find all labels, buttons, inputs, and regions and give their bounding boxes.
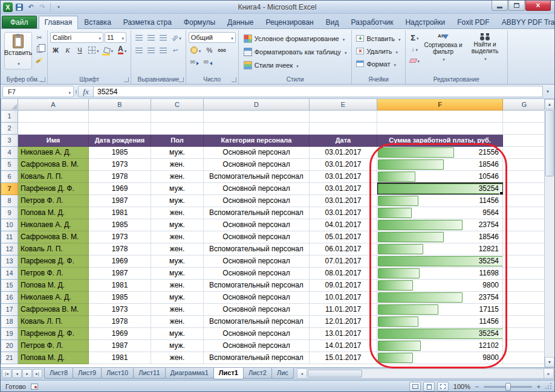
- cell-birth-year[interactable]: 1978: [89, 315, 151, 327]
- cell[interactable]: [503, 291, 546, 303]
- vertical-scrollbar[interactable]: ▲ ▼: [544, 99, 554, 367]
- cell-birth-year[interactable]: 1985: [89, 219, 151, 231]
- align-left-button[interactable]: [134, 45, 144, 56]
- cell-birth-year[interactable]: 1973: [89, 303, 151, 315]
- conditional-formatting-button[interactable]: Условное форматирование: [241, 32, 349, 45]
- cell-date[interactable]: 03.01.2017: [310, 170, 377, 182]
- row-header-9[interactable]: 9: [1, 207, 18, 219]
- cell[interactable]: [377, 122, 503, 134]
- cell-birth-year[interactable]: 1987: [89, 267, 151, 279]
- row-header-18[interactable]: 18: [1, 315, 18, 327]
- cell[interactable]: [503, 110, 546, 122]
- decrease-decimal-button[interactable]: [202, 57, 214, 68]
- sheet-tab-7[interactable]: Лист2: [243, 368, 272, 379]
- cell-category[interactable]: Вспомогательный персонал: [204, 352, 310, 364]
- table-header-cell[interactable]: Дата: [310, 134, 377, 146]
- cell-category[interactable]: Основной персонал: [204, 291, 310, 303]
- number-format-select[interactable]: Общий: [189, 32, 236, 43]
- zoom-slider-thumb[interactable]: [505, 383, 511, 391]
- cell[interactable]: [151, 122, 204, 134]
- column-header-e[interactable]: E: [310, 99, 377, 110]
- row-header-7[interactable]: 7: [1, 182, 18, 194]
- row-header-1[interactable]: 1: [1, 110, 18, 122]
- cell-category[interactable]: Основной персонал: [204, 146, 310, 158]
- tab-home[interactable]: Главная: [39, 16, 79, 29]
- formula-bar-splitter[interactable]: [74, 86, 78, 97]
- cell-salary[interactable]: 35254: [377, 182, 503, 194]
- cell[interactable]: [503, 327, 546, 339]
- row-header-14[interactable]: 14: [1, 267, 18, 279]
- fill-color-button[interactable]: [102, 45, 115, 56]
- cell-name[interactable]: Парфенов Д. Ф.: [18, 327, 89, 339]
- tab-foxit-pdf[interactable]: Foxit PDF: [451, 16, 495, 28]
- cell-date[interactable]: 13.01.2017: [310, 327, 377, 339]
- cell[interactable]: [503, 170, 546, 182]
- cell[interactable]: [503, 352, 546, 364]
- tab-data[interactable]: Данные: [221, 16, 259, 28]
- scroll-down-icon[interactable]: ▼: [545, 357, 554, 367]
- cell-gender[interactable]: жен.: [151, 279, 204, 291]
- cell[interactable]: [377, 110, 503, 122]
- cell[interactable]: [89, 110, 151, 122]
- zoom-level-label[interactable]: 100%: [451, 383, 470, 390]
- macro-record-button[interactable]: [31, 384, 38, 390]
- column-header-c[interactable]: C: [151, 99, 204, 110]
- cell[interactable]: [503, 146, 546, 158]
- cell-category[interactable]: Основной персонал: [204, 267, 310, 279]
- cell-gender[interactable]: жен.: [151, 207, 204, 219]
- comma-style-button[interactable]: 000: [216, 45, 227, 56]
- cell-date[interactable]: 08.01.2017: [310, 267, 377, 279]
- cell-gender[interactable]: жен.: [151, 303, 204, 315]
- cell-date[interactable]: 05.01.2017: [310, 231, 377, 243]
- cell-name[interactable]: Петров Ф. Л.: [18, 339, 89, 352]
- cell-category[interactable]: Основной персонал: [204, 339, 310, 352]
- font-color-button[interactable]: А: [116, 45, 128, 56]
- cell-name[interactable]: Петров Ф. Л.: [18, 194, 89, 207]
- cell[interactable]: [503, 243, 546, 255]
- tab-developer[interactable]: Разработчик: [345, 16, 399, 28]
- cell[interactable]: [503, 255, 546, 267]
- name-box[interactable]: F7: [2, 86, 74, 97]
- cell-birth-year[interactable]: 1978: [89, 243, 151, 255]
- row-header-3[interactable]: 3: [1, 134, 18, 146]
- row-header-11[interactable]: 11: [1, 231, 18, 243]
- cell-gender[interactable]: муж.: [151, 267, 204, 279]
- cell-birth-year[interactable]: 1987: [89, 339, 151, 352]
- cell-name[interactable]: Попова М. Д.: [18, 279, 89, 291]
- cell-salary[interactable]: 9800: [377, 352, 503, 364]
- cell-name[interactable]: Коваль Л. П.: [18, 170, 89, 182]
- cell[interactable]: [310, 110, 377, 122]
- clear-button[interactable]: [408, 55, 422, 66]
- cell-category[interactable]: Вспомогательный персонал: [204, 315, 310, 327]
- row-header-4[interactable]: 4: [1, 146, 18, 158]
- cell-date[interactable]: 10.01.2017: [310, 291, 377, 303]
- cell-gender[interactable]: жен.: [151, 243, 204, 255]
- accounting-format-button[interactable]: [189, 45, 203, 56]
- expand-formula-bar-icon[interactable]: ▾: [543, 86, 553, 97]
- cell-category[interactable]: Основной персонал: [204, 327, 310, 339]
- cell-salary[interactable]: 35254: [377, 255, 503, 267]
- cell-name[interactable]: Сафронова В. М.: [18, 303, 89, 315]
- restore-button[interactable]: [508, 1, 525, 11]
- cell[interactable]: [503, 339, 546, 352]
- tab-addins[interactable]: Надстройки: [399, 16, 451, 28]
- cell[interactable]: [18, 122, 89, 134]
- cell[interactable]: [503, 315, 546, 327]
- increase-decimal-button[interactable]: [189, 57, 201, 68]
- cell-salary[interactable]: 9800: [377, 279, 503, 291]
- cell-date[interactable]: 03.01.2017: [310, 182, 377, 194]
- percent-style-button[interactable]: %: [204, 45, 215, 56]
- tab-abbyy-pdf[interactable]: ABBYY PDF Tra: [496, 16, 555, 28]
- cell[interactable]: [89, 122, 151, 134]
- cell-category[interactable]: Основной персонал: [204, 194, 310, 207]
- cell[interactable]: [503, 267, 546, 279]
- customize-quick-access-button[interactable]: ▾: [54, 2, 63, 12]
- cell[interactable]: [503, 134, 546, 146]
- horizontal-scrollbar[interactable]: ◂ ▸: [297, 368, 554, 379]
- cell-birth-year[interactable]: 1969: [89, 182, 151, 194]
- borders-button[interactable]: [86, 45, 101, 56]
- cell[interactable]: [503, 279, 546, 291]
- cell-name[interactable]: Николаев А. Д.: [18, 146, 89, 158]
- align-right-button[interactable]: [158, 45, 169, 56]
- cell-birth-year[interactable]: 1987: [89, 194, 151, 207]
